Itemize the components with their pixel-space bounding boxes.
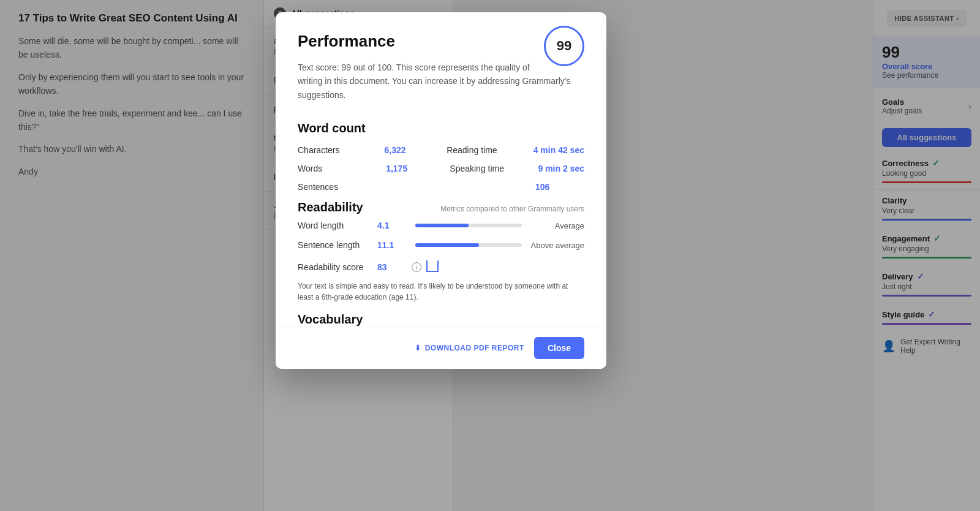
word-length-bar-fill xyxy=(415,224,469,227)
word-length-label: Word length xyxy=(298,221,377,230)
sentences-value: 106 xyxy=(535,182,584,192)
metrics-note: Metrics compared to other Grammarly user… xyxy=(440,205,584,213)
speaking-time-value: 9 min 2 sec xyxy=(538,164,584,173)
sentences-row: Sentences 106 xyxy=(298,182,584,192)
reading-time-value: 4 min 42 sec xyxy=(533,145,584,155)
characters-row: Characters 6,322 Reading time 4 min 42 s… xyxy=(298,145,584,155)
sentence-length-rating: Above average xyxy=(529,241,584,250)
modal-footer: ⬇ DOWNLOAD PDF REPORT Close xyxy=(276,327,606,369)
word-length-row: Word length 4.1 Average xyxy=(298,221,584,230)
close-button[interactable]: Close xyxy=(534,337,584,359)
loading-spinner xyxy=(426,260,439,272)
readability-score-value: 83 xyxy=(377,262,408,272)
reading-time-label: Reading time xyxy=(447,145,520,155)
readability-header: Readability Metrics compared to other Gr… xyxy=(298,200,584,214)
word-length-value: 4.1 xyxy=(377,221,408,230)
score-description: Text score: 99 out of 100. This score re… xyxy=(298,61,584,102)
sentence-length-bar-track xyxy=(415,243,522,247)
sentence-length-label: Sentence length xyxy=(298,240,377,250)
download-pdf-button[interactable]: ⬇ DOWNLOAD PDF REPORT xyxy=(415,344,524,352)
words-label: Words xyxy=(298,164,371,173)
score-circle: 99 xyxy=(544,26,584,66)
readability-score-label: Readability score xyxy=(298,262,377,272)
characters-label: Characters xyxy=(298,145,371,155)
info-icon[interactable]: i xyxy=(412,262,421,272)
words-row: Words 1,175 Speaking time 9 min 2 sec xyxy=(298,164,584,173)
sentences-label: Sentences xyxy=(298,182,371,192)
vocab-title: Vocabulary xyxy=(298,312,584,327)
characters-value: 6,322 xyxy=(385,145,434,155)
words-value: 1,175 xyxy=(386,164,435,173)
modal-title: Performance xyxy=(298,32,584,51)
readability-note: Your text is simple and easy to read. It… xyxy=(298,281,584,303)
sentence-length-bar-fill xyxy=(415,243,479,247)
performance-modal: 99 Performance Text score: 99 out of 100… xyxy=(276,12,606,369)
word-length-rating: Average xyxy=(529,221,584,230)
word-length-bar-track xyxy=(415,224,522,227)
modal-body: 99 Performance Text score: 99 out of 100… xyxy=(276,12,606,327)
download-label: DOWNLOAD PDF REPORT xyxy=(425,344,524,352)
readability-title: Readability xyxy=(298,200,363,214)
speaking-time-label: Speaking time xyxy=(450,164,523,173)
readability-score-row: Readability score 83 i xyxy=(298,260,584,274)
word-count-title: Word count xyxy=(298,121,584,135)
download-icon: ⬇ xyxy=(415,344,421,352)
sentence-length-value: 11.1 xyxy=(377,240,408,250)
sentence-length-row: Sentence length 11.1 Above average xyxy=(298,240,584,250)
